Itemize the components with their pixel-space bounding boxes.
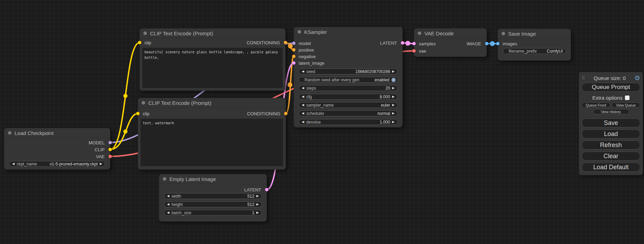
drag-handle-icon[interactable]: ⠿ — [582, 75, 585, 81]
comfy-menu-panel[interactable]: ⠿ Queue size: 0 ⚙ Queue Prompt Extra opt… — [579, 72, 643, 175]
refresh-button[interactable]: Refresh — [582, 141, 640, 150]
input-port-model[interactable] — [292, 42, 295, 45]
link-midpoint-dot[interactable] — [123, 94, 127, 98]
widget-sampler-name[interactable]: ◀ sampler_name euler ▶ — [299, 102, 398, 108]
collapse-dot-icon[interactable] — [142, 101, 145, 105]
load-default-button[interactable]: Load Default — [582, 163, 640, 172]
widget-denoise[interactable]: ◀ denoise 1.000 ▶ — [299, 119, 398, 125]
decrement-icon[interactable]: ◀ — [167, 211, 169, 214]
collapse-dot-icon[interactable] — [502, 32, 505, 35]
decrement-icon[interactable]: ◀ — [302, 112, 304, 115]
decrement-icon[interactable]: ◀ — [302, 95, 304, 98]
decrement-icon[interactable]: ◀ — [12, 162, 15, 165]
widget-cfg[interactable]: ◀ cfg 8.000 ▶ — [299, 94, 398, 100]
output-port-latent[interactable] — [401, 41, 404, 45]
decrement-icon[interactable]: ◀ — [302, 87, 304, 90]
link-midpoint-dot[interactable] — [405, 41, 410, 46]
toggle-knob-icon[interactable] — [391, 78, 396, 82]
link-midpoint-dot[interactable] — [288, 82, 292, 87]
settings-gear-icon[interactable]: ⚙ — [634, 75, 640, 81]
widget-value: 156680208700286 — [355, 69, 390, 74]
widget-seed[interactable]: ◀ seed 156680208700286 ▶ — [299, 69, 398, 74]
queue-prompt-button[interactable]: Queue Prompt — [582, 83, 640, 92]
input-port-samples[interactable] — [412, 42, 416, 45]
widget-ckpt-name[interactable]: ◀ ckpt_name v1-5-pruned-emaonly.ckpt ▶ — [9, 161, 105, 167]
widget-filename-prefix[interactable]: filename_prefix ComfyUI — [503, 48, 566, 54]
input-port-negative[interactable] — [292, 55, 295, 58]
queue-front-button[interactable]: Queue Front — [582, 102, 610, 108]
node-title-bar[interactable]: VAE Decode — [414, 28, 487, 38]
node-title: Empty Latent Image — [169, 176, 216, 182]
widget-value: 1.000 — [380, 120, 390, 125]
node-title-bar[interactable]: CLIP Text Encode (Prompt) — [140, 28, 285, 38]
link-midpoint-dot[interactable] — [288, 44, 293, 48]
node-title-bar[interactable]: Load Checkpoint — [4, 128, 110, 138]
increment-icon[interactable]: ▶ — [392, 70, 395, 73]
view-queue-button[interactable]: View Queue — [612, 102, 641, 108]
input-port-clip[interactable] — [138, 41, 141, 44]
input-port-images[interactable] — [496, 42, 500, 45]
link-midpoint-dot[interactable] — [123, 129, 127, 134]
increment-icon[interactable]: ▶ — [256, 211, 259, 214]
decrement-icon[interactable]: ◀ — [302, 120, 304, 124]
increment-icon[interactable]: ▶ — [392, 87, 395, 90]
output-port-image[interactable] — [485, 42, 488, 45]
widget-batch-size[interactable]: ◀ batch_size 1 ▶ — [164, 210, 262, 216]
collapse-dot-icon[interactable] — [418, 31, 421, 35]
increment-icon[interactable]: ▶ — [100, 162, 102, 165]
output-port-conditioning[interactable] — [284, 112, 288, 115]
output-port-conditioning[interactable] — [284, 41, 287, 44]
extra-options-label: Extra options — [592, 95, 623, 101]
prompt-textarea[interactable]: text, watermark — [141, 119, 283, 166]
input-port-vae[interactable] — [412, 49, 416, 53]
queue-actions-row: Queue Front View Queue — [582, 102, 640, 108]
collapse-dot-icon[interactable] — [8, 131, 11, 135]
widget-random-seed-toggle[interactable]: Random seed after every gen enabled — [299, 77, 398, 83]
node-clip-text-encode-positive[interactable]: CLIP Text Encode (Prompt) clip CONDITION… — [140, 28, 285, 91]
output-port-latent[interactable] — [265, 188, 268, 191]
extra-options-checkbox[interactable] — [625, 96, 629, 100]
widget-label: filename_prefix — [509, 49, 537, 54]
node-vae-decode[interactable]: VAE Decode samples vae IMAGE — [414, 28, 487, 57]
node-title-bar[interactable]: KSampler — [294, 27, 403, 37]
increment-icon[interactable]: ▶ — [256, 203, 259, 206]
node-title-bar[interactable]: Save Image — [498, 29, 571, 39]
input-port-positive[interactable] — [292, 48, 295, 52]
node-load-checkpoint[interactable]: Load Checkpoint MODEL CLIP VAE ◀ ckpt_na… — [4, 128, 110, 170]
node-save-image[interactable]: Save Image images filename_prefix ComfyU… — [498, 29, 571, 61]
widget-width[interactable]: ◀ width 512 ▶ — [164, 193, 262, 199]
increment-icon[interactable]: ▶ — [392, 120, 395, 124]
load-button[interactable]: Load — [582, 129, 640, 138]
widget-steps[interactable]: ◀ steps 20 ▶ — [299, 85, 398, 91]
output-port-model[interactable] — [108, 141, 112, 144]
output-port-vae[interactable] — [108, 155, 112, 158]
decrement-icon[interactable]: ◀ — [302, 70, 304, 73]
save-button[interactable]: Save — [582, 118, 640, 127]
link-midpoint-dot[interactable] — [490, 41, 495, 46]
widget-scheduler[interactable]: ◀ scheduler normal ▶ — [299, 110, 398, 116]
node-ksampler[interactable]: KSampler model positive negative latent_… — [294, 27, 403, 127]
prompt-textarea[interactable]: beautiful scenery nature glass bottle la… — [142, 48, 283, 88]
collapse-dot-icon[interactable] — [143, 31, 147, 35]
node-clip-text-encode-negative[interactable]: CLIP Text Encode (Prompt) clip CONDITION… — [138, 98, 286, 170]
view-history-button[interactable]: View History — [593, 109, 629, 114]
output-port-clip[interactable] — [108, 148, 112, 151]
node-title-bar[interactable]: Empty Latent Image — [159, 174, 267, 184]
increment-icon[interactable]: ▶ — [392, 112, 395, 115]
decrement-icon[interactable]: ◀ — [302, 103, 304, 107]
increment-icon[interactable]: ▶ — [392, 95, 395, 98]
input-port-clip[interactable] — [136, 112, 140, 115]
decrement-icon[interactable]: ◀ — [167, 203, 169, 206]
node-empty-latent-image[interactable]: Empty Latent Image LATENT ◀ width 512 ▶ … — [159, 174, 267, 222]
collapse-dot-icon[interactable] — [298, 30, 301, 34]
node-title: CLIP Text Encode (Prompt) — [148, 100, 211, 106]
increment-icon[interactable]: ▶ — [256, 195, 259, 198]
increment-icon[interactable]: ▶ — [392, 103, 395, 107]
collapse-dot-icon[interactable] — [163, 177, 166, 181]
widget-height[interactable]: ◀ height 512 ▶ — [164, 201, 262, 207]
clear-button[interactable]: Clear — [582, 152, 640, 161]
comfyui-canvas[interactable]: { "wire_colors": { "MODEL": "#B39DDB", "… — [0, 0, 644, 244]
input-port-latent-image[interactable] — [292, 61, 295, 65]
node-title-bar[interactable]: CLIP Text Encode (Prompt) — [138, 98, 286, 108]
decrement-icon[interactable]: ◀ — [167, 195, 169, 198]
